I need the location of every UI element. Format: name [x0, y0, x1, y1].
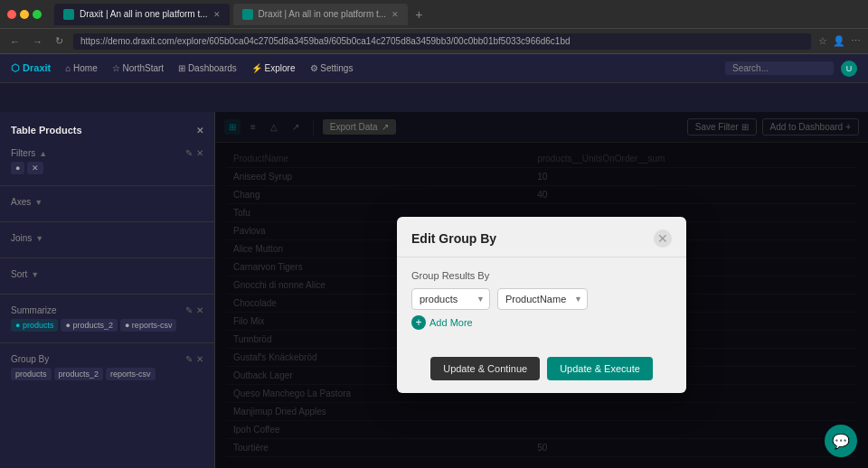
close-window-button[interactable]	[7, 10, 16, 19]
window-controls	[7, 10, 42, 19]
tab-2-favicon	[242, 9, 253, 20]
axes-expand-icon[interactable]: ▼	[34, 198, 42, 207]
tab-1-close[interactable]: ✕	[213, 10, 221, 19]
summarize-section: Summarize ✎ ✕ ● products ● products_2 ● …	[0, 302, 214, 335]
filter-icon-2[interactable]: ✕	[196, 148, 203, 158]
nav-home[interactable]: ⌂ Home	[65, 63, 98, 73]
left-select-wrapper: products products_2 reports-csv ▼	[411, 288, 490, 310]
summarize-edit-icon[interactable]: ✎	[185, 305, 193, 315]
modal-body: Group Results By products products_2 rep…	[397, 257, 686, 348]
summarize-tag-1[interactable]: ● products	[11, 319, 58, 332]
sidebar-page-title: Table Products ✕	[0, 119, 214, 141]
sidebar-close-icon[interactable]: ✕	[196, 126, 203, 136]
tab-2-close[interactable]: ✕	[392, 10, 399, 19]
update-continue-button[interactable]: Update & Continue	[430, 357, 540, 380]
group-by-tag-3[interactable]: reports-csv	[106, 368, 156, 380]
summarize-tag-3[interactable]: ● reports-csv	[120, 319, 176, 332]
summarize-close-icon[interactable]: ✕	[196, 305, 203, 315]
browser-tab-1[interactable]: Draxit | An all in one platform t... ✕	[54, 4, 230, 25]
nav-settings[interactable]: ⚙ Settings	[310, 63, 354, 73]
modal-close-button[interactable]: ✕	[654, 229, 672, 248]
group-by-column-select[interactable]: ProductName ProductID Category	[497, 288, 588, 310]
modal-overlay[interactable]: Edit Group By ✕ Group Results By product…	[215, 112, 868, 468]
back-button[interactable]: ←	[7, 34, 23, 49]
modal-footer: Update & Continue Update & Execute	[397, 348, 686, 393]
minimize-window-button[interactable]	[20, 10, 29, 19]
nav-northstart[interactable]: ☆ NorthStart	[112, 63, 164, 73]
filter-tag-2[interactable]: ✕	[27, 162, 43, 174]
table-name: Table Products	[11, 125, 82, 136]
summarize-tag-2[interactable]: ● products_2	[61, 319, 117, 332]
forward-button[interactable]: →	[30, 34, 45, 49]
group-by-label: Group By ✎ ✕	[11, 354, 203, 364]
filter-icon-1[interactable]: ✎	[185, 148, 193, 158]
joins-expand-icon[interactable]: ▼	[35, 234, 43, 243]
group-by-text: Group By	[11, 354, 49, 364]
sort-label: Sort ▼	[11, 269, 203, 279]
maximize-window-button[interactable]	[33, 10, 42, 19]
group-by-edit-icon[interactable]: ✎	[185, 354, 193, 364]
filter-tags: ● ✕	[11, 162, 203, 174]
browser-tab-2[interactable]: Draxit | An all in one platform t... ✕	[233, 4, 409, 25]
group-by-section-icons: ✎ ✕	[185, 354, 203, 364]
group-by-close-icon[interactable]: ✕	[196, 354, 203, 364]
group-by-tag-1[interactable]: products	[11, 368, 52, 380]
divider-3	[0, 257, 214, 258]
update-execute-button[interactable]: Update & Execute	[547, 357, 653, 380]
sort-text: Sort	[11, 269, 27, 279]
joins-text: Joins	[11, 233, 32, 243]
divider-2	[0, 221, 214, 222]
browser-chrome: Draxit | An all in one platform t... ✕ D…	[0, 0, 868, 54]
edit-group-by-modal: Edit Group By ✕ Group Results By product…	[397, 217, 686, 393]
summarize-section-icons: ✎ ✕	[185, 305, 203, 315]
nav-explore[interactable]: ⚡ Explore	[251, 63, 296, 73]
chat-support-button[interactable]: 💬	[825, 425, 857, 457]
sort-section: Sort ▼	[0, 266, 214, 286]
tab-1-label: Draxit | An all in one platform t...	[80, 9, 208, 19]
app-body: Table Products ✕ Filters ▲ ✎ ✕ ● ✕ Axes …	[0, 83, 868, 468]
divider-1	[0, 185, 214, 186]
sort-expand-icon[interactable]: ▼	[31, 270, 39, 279]
group-by-tag-2[interactable]: products_2	[54, 368, 104, 380]
main-content: ⊞ ≡ △ ↗ Export Data ↗ Save Filter ⊞ Add …	[215, 112, 868, 468]
filter-section-icons: ✎ ✕	[185, 148, 203, 158]
app-logo[interactable]: ⬡ Draxit	[11, 62, 51, 74]
filter-tag-1[interactable]: ●	[11, 162, 24, 174]
modal-header: Edit Group By ✕	[397, 217, 686, 257]
joins-section: Joins ▼	[0, 229, 214, 250]
app-top-nav: ⬡ Draxit ⌂ Home ☆ NorthStart ⊞ Dashboard…	[0, 54, 868, 83]
group-by-section: Group By ✎ ✕ products products_2 reports…	[0, 351, 214, 384]
modal-title: Edit Group By	[411, 231, 496, 246]
group-by-row: products products_2 reports-csv ▼ Produc…	[411, 288, 672, 310]
browser-tab-bar: Draxit | An all in one platform t... ✕ D…	[0, 0, 868, 29]
add-more-label: Add More	[429, 317, 473, 328]
address-bar[interactable]: https://demo.draxit.com/explore/605b0ca0…	[73, 33, 811, 50]
address-text: https://demo.draxit.com/explore/605b0ca0…	[80, 36, 571, 46]
summarize-tags: ● products ● products_2 ● reports-csv	[11, 319, 203, 332]
nav-search-input[interactable]: Search...	[725, 61, 834, 75]
add-more-button[interactable]: + Add More	[411, 310, 473, 335]
nav-right: Search... U	[725, 61, 857, 77]
user-icon[interactable]: 👤	[833, 35, 845, 47]
axes-section: Axes ▼	[0, 193, 214, 214]
group-results-label: Group Results By	[411, 270, 672, 281]
new-tab-button[interactable]: +	[411, 7, 426, 22]
filters-expand-icon[interactable]: ▲	[39, 149, 47, 158]
user-avatar[interactable]: U	[841, 61, 857, 77]
axes-text: Axes	[11, 197, 31, 207]
modal-close-icon: ✕	[657, 231, 668, 246]
sidebar: Table Products ✕ Filters ▲ ✎ ✕ ● ✕ Axes …	[0, 112, 215, 468]
joins-label: Joins ▼	[11, 233, 203, 243]
chat-icon: 💬	[832, 433, 850, 450]
divider-4	[0, 294, 214, 295]
nav-dashboards[interactable]: ⊞ Dashboards	[178, 63, 237, 73]
filters-section: Filters ▲ ✎ ✕ ● ✕	[0, 145, 214, 178]
group-by-table-select[interactable]: products products_2 reports-csv	[411, 288, 490, 310]
divider-5	[0, 342, 214, 343]
more-icon[interactable]: ⋯	[851, 35, 861, 47]
tab-favicon	[63, 9, 74, 20]
bookmark-icon[interactable]: ☆	[818, 35, 827, 47]
refresh-button[interactable]: ↻	[52, 33, 66, 49]
group-by-tags: products products_2 reports-csv	[11, 368, 203, 380]
summarize-label: Summarize ✎ ✕	[11, 305, 203, 315]
